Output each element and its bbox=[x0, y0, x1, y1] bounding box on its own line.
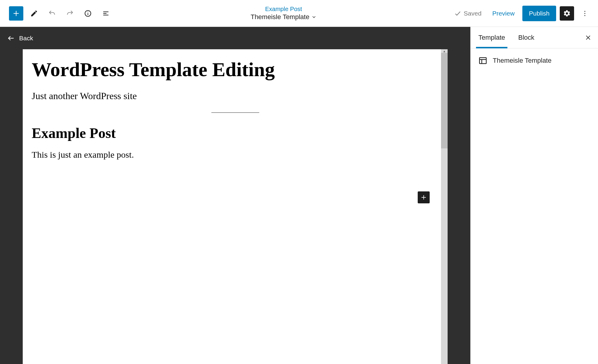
details-button[interactable] bbox=[81, 6, 95, 21]
tab-block[interactable]: Block bbox=[517, 27, 536, 48]
chevron-down-icon bbox=[311, 14, 317, 20]
inline-add-block-button[interactable] bbox=[418, 191, 430, 203]
site-title-block[interactable]: WordPress Template Editing bbox=[32, 58, 439, 81]
scroll-up-arrow-icon[interactable]: ▲ bbox=[441, 49, 448, 53]
canvas-wrap: WordPress Template Editing Just another … bbox=[0, 49, 470, 364]
top-toolbar: Example Post Themeisle Template Saved Pr… bbox=[0, 0, 598, 27]
back-label: Back bbox=[19, 35, 33, 42]
add-block-button[interactable] bbox=[9, 6, 23, 21]
undo-icon bbox=[48, 10, 56, 17]
settings-button[interactable] bbox=[560, 6, 574, 21]
list-view-icon bbox=[102, 10, 110, 17]
post-content-block[interactable]: This is just an example post. bbox=[32, 150, 439, 160]
canvas-scrollbar-thumb[interactable] bbox=[441, 53, 448, 148]
separator-block[interactable] bbox=[211, 112, 259, 113]
canvas-scrollbar[interactable]: ▲ bbox=[441, 49, 448, 364]
template-selector[interactable]: Themeisle Template bbox=[251, 13, 316, 21]
back-button[interactable]: Back bbox=[0, 27, 470, 49]
svg-point-8 bbox=[584, 11, 585, 12]
preview-button[interactable]: Preview bbox=[488, 7, 519, 20]
template-item-label: Themeisle Template bbox=[493, 57, 551, 64]
info-icon bbox=[84, 10, 92, 17]
pencil-icon bbox=[30, 10, 38, 17]
canvas-content: WordPress Template Editing Just another … bbox=[23, 49, 448, 172]
close-icon bbox=[585, 34, 591, 41]
check-icon bbox=[454, 10, 461, 17]
post-title-block[interactable]: Example Post bbox=[32, 125, 439, 141]
undo-button[interactable] bbox=[45, 6, 59, 21]
publish-button[interactable]: Publish bbox=[522, 6, 556, 21]
post-title-link[interactable]: Example Post bbox=[251, 6, 316, 13]
arrow-left-icon bbox=[7, 34, 15, 42]
toolbar-right-group: Saved Preview Publish bbox=[454, 6, 592, 21]
toolbar-center: Example Post Themeisle Template bbox=[251, 6, 316, 21]
svg-point-10 bbox=[584, 15, 585, 16]
svg-rect-16 bbox=[480, 58, 486, 64]
tools-button[interactable] bbox=[27, 6, 41, 21]
layout-icon bbox=[478, 56, 487, 65]
redo-icon bbox=[66, 10, 74, 17]
template-item[interactable]: Themeisle Template bbox=[478, 56, 590, 65]
site-tagline-block[interactable]: Just another WordPress site bbox=[32, 90, 439, 102]
gear-icon bbox=[563, 10, 571, 17]
settings-sidebar: Template Block Themeisle Template bbox=[470, 27, 598, 364]
svg-point-9 bbox=[584, 13, 585, 14]
close-sidebar-button[interactable] bbox=[585, 34, 591, 41]
editor-area: Back WordPress Template Editing Just ano… bbox=[0, 27, 470, 364]
redo-button[interactable] bbox=[63, 6, 77, 21]
plus-icon bbox=[12, 10, 20, 17]
template-selector-label: Themeisle Template bbox=[251, 13, 309, 21]
editor-canvas[interactable]: WordPress Template Editing Just another … bbox=[23, 49, 448, 364]
saved-label: Saved bbox=[464, 10, 482, 17]
svg-point-4 bbox=[88, 12, 88, 12]
more-vertical-icon bbox=[581, 10, 588, 17]
saved-status: Saved bbox=[454, 10, 482, 17]
plus-icon bbox=[420, 194, 427, 201]
more-menu-button[interactable] bbox=[578, 6, 592, 21]
tab-template[interactable]: Template bbox=[477, 27, 506, 48]
toolbar-left-group bbox=[9, 6, 113, 21]
sidebar-body: Themeisle Template bbox=[471, 48, 598, 73]
workspace: Back WordPress Template Editing Just ano… bbox=[0, 27, 598, 364]
list-view-button[interactable] bbox=[99, 6, 113, 21]
sidebar-tabs: Template Block bbox=[471, 27, 598, 48]
